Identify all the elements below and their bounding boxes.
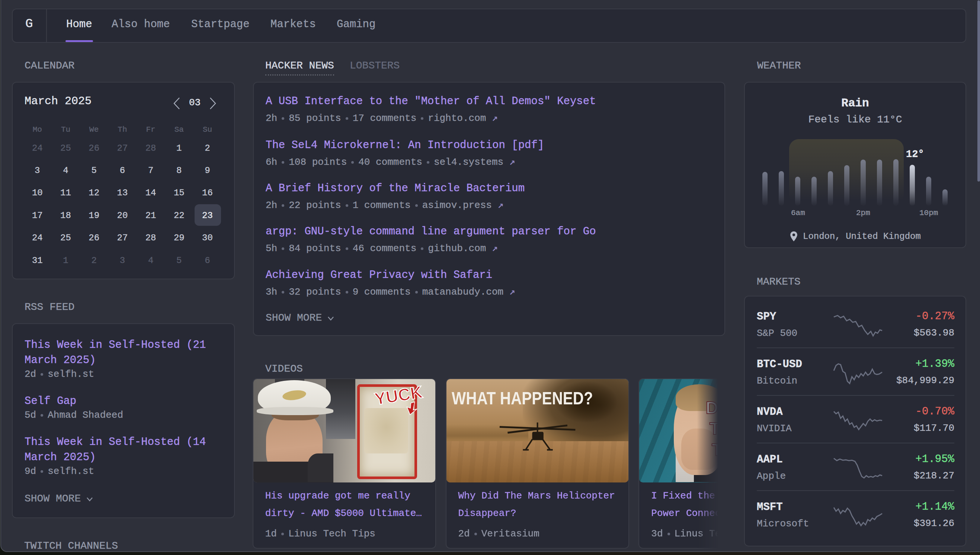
svg-text:T: T bbox=[712, 440, 723, 459]
svg-text:TH: TH bbox=[709, 419, 725, 438]
svg-text:DO: DO bbox=[706, 398, 725, 417]
svg-text:WHAT HAPPENED?: WHAT HAPPENED? bbox=[452, 388, 593, 408]
svg-text:YUCK: YUCK bbox=[374, 382, 424, 409]
